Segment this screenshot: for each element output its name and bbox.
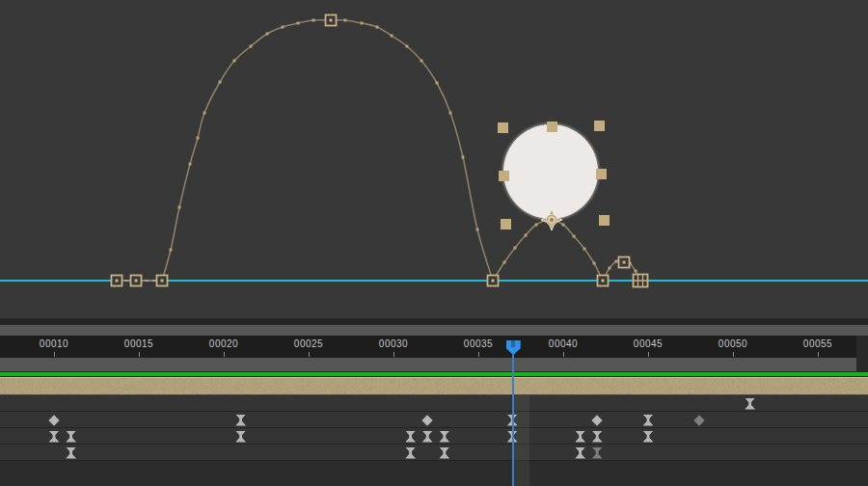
ruler-frame-label: 00045 (634, 338, 663, 349)
ruler-frame-label: 00010 (40, 338, 68, 349)
selection-handle[interactable] (547, 122, 557, 132)
ruler-frame-label: 00050 (719, 338, 747, 349)
ruler-tick (309, 352, 310, 357)
path-frame-dot (462, 156, 465, 159)
selection-handle[interactable] (599, 215, 610, 226)
ruler-tick (818, 352, 819, 357)
path-keyframe[interactable] (112, 276, 122, 286)
layer-duration-bar[interactable] (0, 377, 868, 395)
composition-viewport[interactable] (0, 0, 868, 318)
path-frame-dot (361, 22, 364, 25)
path-frame-dot (219, 81, 222, 84)
selection-handle[interactable] (596, 169, 607, 179)
path-frame-dot (145, 280, 149, 282)
path-frame-dot (233, 60, 236, 63)
path-frame-dot (266, 33, 269, 36)
path-frame-dot (178, 206, 181, 209)
ruler-tick (393, 352, 394, 357)
path-frame-dot (525, 234, 528, 237)
ruler-tick (563, 352, 564, 357)
path-frame-dot (593, 262, 596, 265)
timeline-panel: 0001000015000200002500030000350004000045… (0, 318, 868, 486)
ruler-tick (648, 352, 649, 357)
path-keyframe[interactable] (157, 276, 168, 286)
property-row-track-3 (0, 428, 868, 445)
property-row-track-4 (0, 445, 868, 461)
path-frame-dot (344, 19, 347, 22)
layer-bar-texture (0, 377, 868, 395)
path-frame-dot (152, 280, 156, 282)
path-frame-dot (635, 270, 637, 273)
path-frame-dot (562, 224, 565, 227)
app-window: 0001000015000200002500030000350004000045… (0, 0, 868, 486)
ruler-tick (139, 352, 140, 357)
selection-handle[interactable] (594, 121, 605, 131)
path-frame-dot (406, 45, 409, 48)
path-frame-dot (476, 229, 479, 231)
path-keyframe[interactable] (131, 276, 142, 286)
path-end-keyframe[interactable] (634, 275, 648, 287)
path-frame-dot (449, 112, 452, 115)
path-frame-dot (609, 267, 611, 270)
selection-handle[interactable] (499, 171, 509, 181)
keyframe-rows (0, 395, 868, 461)
playhead-notch (511, 340, 515, 347)
ruler-tick (224, 352, 225, 357)
property-row-track-1 (0, 395, 868, 412)
motion-path-overlay (0, 0, 868, 318)
path-frame-dot (615, 260, 618, 263)
ruler-frame-label: 00035 (464, 338, 493, 349)
selection-handle[interactable] (501, 219, 511, 230)
ruler-tick (54, 352, 55, 357)
path-frame-dot (391, 35, 393, 38)
time-ruler[interactable]: 0001000015000200002500030000350004000045… (0, 336, 868, 358)
ruler-frame-label: 00030 (379, 338, 408, 349)
ruler-right-gutter (856, 336, 868, 371)
path-frame-dot (420, 60, 423, 63)
path-frame-dot (282, 26, 285, 29)
path-frame-dot (535, 224, 538, 227)
property-row-track-2 (0, 412, 868, 428)
ruler-tick (733, 352, 734, 357)
path-keyframe[interactable] (488, 276, 499, 286)
path-frame-dot (503, 261, 506, 264)
path-keyframe[interactable] (326, 15, 337, 26)
path-frame-dot (170, 249, 173, 252)
path-frame-dot (250, 45, 253, 48)
path-frame-dot (189, 163, 192, 166)
ruler-frame-label: 00025 (294, 338, 323, 349)
path-frame-dot (436, 82, 439, 85)
path-frame-dot (124, 280, 128, 282)
ruler-tick (478, 352, 479, 357)
path-frame-dot (297, 22, 300, 25)
path-frame-dot (573, 235, 576, 238)
timeline-empty-area (0, 461, 868, 486)
path-frame-dot (312, 19, 315, 22)
timeline-scrollbar[interactable] (0, 325, 868, 336)
path-frame-dot (376, 26, 379, 29)
path-frame-dot (583, 248, 586, 251)
ruler-frame-label: 00015 (124, 338, 153, 349)
path-frame-dot (203, 112, 206, 115)
path-frame-dot (514, 247, 517, 250)
ruler-frame-label: 00020 (209, 338, 238, 349)
selection-handle[interactable] (498, 122, 508, 133)
ruler-frame-label: 00040 (549, 338, 578, 349)
motion-path-main-arc (162, 20, 493, 281)
work-area-bar[interactable] (0, 372, 868, 376)
current-frame-highlight (514, 395, 529, 486)
ruler-lower-band (0, 358, 868, 371)
path-keyframe[interactable] (619, 257, 630, 268)
ruler-frame-label: 00055 (803, 338, 832, 349)
path-frame-dot (197, 137, 200, 140)
path-keyframe[interactable] (598, 276, 609, 286)
playhead-line (512, 353, 514, 486)
